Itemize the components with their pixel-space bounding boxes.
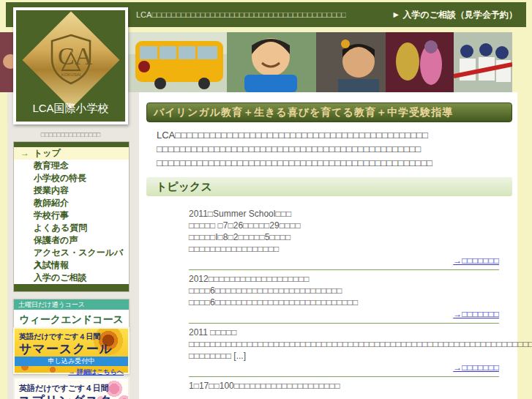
topic-title: 2011□Summer School□□□ (189, 208, 499, 220)
menu-item-label: トップ (34, 148, 61, 158)
topic-readmore-link[interactable]: →□□□□□□□ (189, 362, 499, 373)
admission-consult-link[interactable]: ► 入学のご相談（見学会予約） (391, 9, 517, 21)
sidebar-tagline: □□□□□□□□□□□□□□□ (13, 131, 128, 138)
sidebar-menu-item[interactable]: →入試情報 (14, 259, 129, 272)
topic-title: 2011 □□□□□ (189, 327, 499, 338)
sidebar-menu-item[interactable]: →アクセス・スクールバス (14, 247, 129, 259)
sidebar-menu-item[interactable]: →保護者の声 (14, 234, 129, 247)
tug-of-war-photo (454, 32, 512, 92)
topic-body: □□□□□ □7□26□□□□□29□□□□ □□□□□I□8□2□□□□□5□… (189, 220, 499, 255)
page: LCA□□□□□□□□□□□□□□□□□□□□□□□□□□□□□□□□□□□□□… (0, 0, 532, 399)
topic-body: □□□□6□□□□□□□□□□□□□□□□□□□□□□□□ □□□□6□□□□□… (189, 285, 499, 308)
stage-children-photo (0, 32, 13, 92)
menu-item-label: 教育理念 (34, 160, 69, 171)
summer-status-bar: 申し込み受付中 (15, 357, 128, 366)
school-bus-photo (128, 32, 227, 92)
smiling-boy-photo (227, 32, 316, 92)
menu-item-label: よくある質問 (34, 223, 87, 233)
boy-crafting-photo (316, 32, 386, 92)
sidebar-menu-item[interactable]: →入学のご相談 (14, 272, 129, 284)
menu-item-label: 小学校の特長 (34, 173, 86, 183)
menu-bottom-bar (14, 284, 129, 291)
weekend-course-header: 土曜日だけ通うコース (14, 299, 129, 310)
menu-item-label: 学校行事 (34, 210, 69, 220)
menu-item-label: 授業内容 (34, 185, 69, 195)
site-description: LCA□□□□□□□□□□□□□□□□□□□□□□□□□□□□□□□□□□□□□… (136, 10, 346, 19)
school-logo[interactable]: CA KOKUSAI LCA国際小学校 (13, 7, 128, 124)
topic-item: 2011□Summer School□□□ □□□□□ □7□26□□□□□29… (189, 208, 499, 266)
sidebar-menu-item[interactable]: →授業内容 (14, 184, 129, 197)
sidebar-menu-item[interactable]: →トップ (14, 147, 129, 160)
topics-heading-bar: トピックス (146, 177, 512, 196)
sidebar-menu: →トップ →教育理念 →小学校の特長 →授業内容 →教師紹介 →学校行事 →よく… (13, 141, 130, 292)
sidebar-menu-item[interactable]: →よくある質問 (14, 222, 129, 234)
sidebar-menu-item[interactable]: →教育理念 (14, 160, 129, 172)
topic-readmore-link[interactable]: →□□□□□□□ (189, 255, 499, 266)
topic-item: 2012□□□□□□□□□□□□□□□□□□□ □□□□6□□□□□□□□□□□… (189, 269, 499, 320)
summer-banner-title: サマースクール (15, 342, 128, 356)
topic-title: 1□17□□100□□□□□□□□□□□□□□□□□□□□ (189, 380, 499, 392)
sidebar-menu-item[interactable]: →教師紹介 (14, 197, 129, 209)
menu-item-label: 保護者の声 (34, 235, 78, 245)
logo-school-name: LCA国際小学校 (16, 102, 125, 116)
topic-readmore-link[interactable]: →□□□□□□□ (189, 308, 499, 320)
intro-paragraph: LCA□□□□□□□□□□□□□□□□□□□□□□□□□□□□□□□□□□□□□… (157, 128, 506, 170)
summer-banner-subtitle: 英語だけですごす４日間 (15, 329, 128, 342)
costume-performance-photo (386, 32, 454, 92)
logo-monogram: CA (58, 42, 93, 70)
spring-school-banner[interactable]: 英語だけですごす４日間 スプリングスクール (13, 377, 130, 399)
menu-top-bar (14, 142, 129, 147)
menu-item-label: 入試情報 (34, 260, 69, 270)
menu-item-label: 入学のご相談 (34, 272, 87, 283)
topic-item: 1□17□□100□□□□□□□□□□□□□□□□□□□□ (189, 376, 499, 392)
main-headline-bar: バイリンガル教育＋生きる喜びを育てる教育＋中学受験指導 (146, 102, 512, 122)
topic-title: 2012□□□□□□□□□□□□□□□□□□□ (189, 273, 499, 285)
sidebar-menu-item[interactable]: →小学校の特長 (14, 172, 129, 184)
menu-list: →トップ →教育理念 →小学校の特長 →授業内容 →教師紹介 →学校行事 →よく… (14, 147, 129, 284)
menu-item-label: 教師紹介 (34, 198, 69, 208)
summer-detail-link[interactable]: → 詳細はこちらへ (15, 366, 128, 377)
summer-school-banner[interactable]: 英語だけですごす４日間 サマースクール 申し込み受付中 → 詳細はこちらへ (13, 327, 130, 374)
shield-crest-icon: CA KOKUSAI (48, 32, 94, 88)
topic-body: □□□□□□□□□□□□□□□□□□□□□□□□□□□□□□□□□□□□□□□□… (189, 338, 499, 362)
logo-subtext: KOKUSAI (61, 72, 80, 77)
topic-item: 2011 □□□□□ □□□□□□□□□□□□□□□□□□□□□□□□□□□□□… (189, 323, 499, 373)
topics-list: 2011□Summer School□□□ □□□□□ □7□26□□□□□29… (189, 208, 499, 392)
sidebar-menu-item[interactable]: →学校行事 (14, 209, 129, 222)
arrow-right-icon: → (20, 147, 29, 160)
spring-banner-subtitle: 英語だけですごす４日間 (15, 379, 128, 394)
spring-banner-title: スプリングスクール (15, 394, 128, 399)
